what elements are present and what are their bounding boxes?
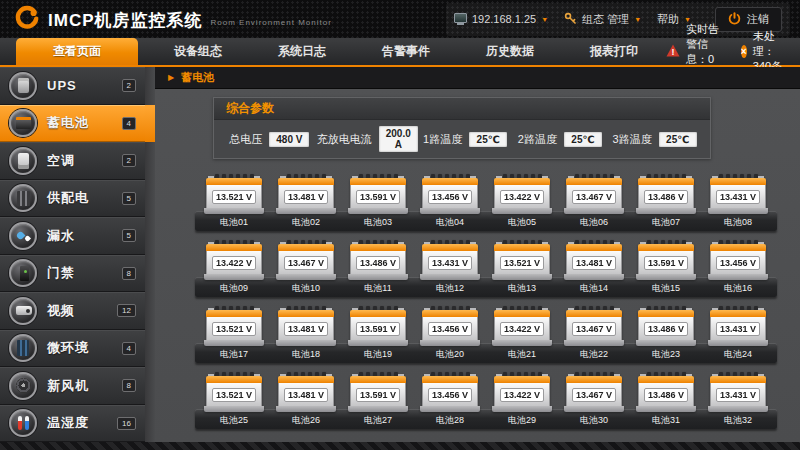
param-value: 25℃ (659, 132, 697, 147)
battery-icon: 13.591 V (350, 306, 406, 346)
battery-cell-07[interactable]: 13.486 V电池07 (635, 169, 697, 231)
battery-cell-25[interactable]: 13.521 V电池25 (203, 367, 265, 429)
battery-cell-03[interactable]: 13.591 V电池03 (347, 169, 409, 231)
battery-cell-06[interactable]: 13.467 V电池06 (563, 169, 625, 231)
sidebar-item-ups[interactable]: UPS2 (0, 67, 145, 105)
battery-cell-05[interactable]: 13.422 V电池05 (491, 169, 553, 231)
sidebar-item-access[interactable]: 门禁8 (0, 255, 145, 293)
battery-cell-22[interactable]: 13.467 V电池22 (563, 301, 625, 363)
app-title: IMCP机房监控系统 (48, 12, 203, 33)
sidebar-item-leak[interactable]: 漏水5 (0, 217, 145, 255)
count-badge: 8 (122, 267, 136, 280)
battery-row: 13.521 V电池1713.481 V电池1813.591 V电池1913.4… (195, 301, 777, 363)
count-badge: 2 (122, 154, 136, 167)
battery-cell-18[interactable]: 13.481 V电池18 (275, 301, 337, 363)
battery-icon: 13.481 V (278, 306, 334, 346)
sidebar-item-fresh-air[interactable]: 新风机8 (0, 367, 145, 405)
sidebar-item-video[interactable]: 视频12 (0, 292, 145, 330)
breadcrumb-arrow-icon: ▶ (168, 73, 174, 82)
sidebar-item-label: 视频 (47, 302, 107, 320)
tab-system-log[interactable]: 系统日志 (250, 38, 354, 65)
app-logo-icon (14, 5, 40, 31)
logout-label: 注销 (747, 12, 769, 27)
battery-name: 电池11 (347, 280, 409, 297)
battery-voltage: 13.521 V (500, 256, 544, 270)
battery-icon: 13.481 V (278, 174, 334, 214)
battery-cell-11[interactable]: 13.486 V电池11 (347, 235, 409, 297)
battery-cell-26[interactable]: 13.481 V电池26 (275, 367, 337, 429)
battery-icon: 13.591 V (638, 240, 694, 280)
battery-cell-23[interactable]: 13.486 V电池23 (635, 301, 697, 363)
nav-alerts: ! 实时告警信息：0条 × 未处理：340条 (666, 38, 800, 65)
battery-voltage: 13.481 V (284, 388, 328, 402)
battery-cell-09[interactable]: 13.422 V电池09 (203, 235, 265, 297)
battery-cell-12[interactable]: 13.431 V电池12 (419, 235, 481, 297)
battery-cell-29[interactable]: 13.422 V电池29 (491, 367, 553, 429)
battery-cell-20[interactable]: 13.456 V电池20 (419, 301, 481, 363)
battery-icon: 13.486 V (638, 306, 694, 346)
battery-icon: 13.456 V (422, 174, 478, 214)
battery-cell-28[interactable]: 13.456 V电池28 (419, 367, 481, 429)
tab-report-print[interactable]: 报表打印 (562, 38, 666, 65)
config-manage-menu[interactable]: 组态 管理 ▼ (564, 12, 641, 27)
battery-name: 电池32 (707, 412, 769, 429)
sidebar: UPS2蓄电池4空调2供配电5漏水5门禁8视频12微环境4新风机8温湿度16 (0, 67, 145, 442)
battery-name: 电池13 (491, 280, 553, 297)
param-label: 总电压 (229, 132, 262, 147)
battery-cell-01[interactable]: 13.521 V电池01 (203, 169, 265, 231)
battery-name: 电池23 (635, 346, 697, 363)
leak-icon (9, 222, 37, 250)
battery-name: 电池24 (707, 346, 769, 363)
battery-cell-19[interactable]: 13.591 V电池19 (347, 301, 409, 363)
battery-icon: 13.431 V (710, 174, 766, 214)
battery-name: 电池03 (347, 214, 409, 231)
battery-cell-32[interactable]: 13.431 V电池32 (707, 367, 769, 429)
battery-voltage: 13.481 V (572, 256, 616, 270)
count-badge: 12 (117, 304, 136, 317)
battery-cell-30[interactable]: 13.467 V电池30 (563, 367, 625, 429)
brand: IMCP机房监控系统 Room Environment Monitor (14, 5, 332, 33)
battery-cell-16[interactable]: 13.456 V电池16 (707, 235, 769, 297)
battery-icon: 13.486 V (638, 372, 694, 412)
tab-history-data[interactable]: 历史数据 (458, 38, 562, 65)
sidebar-item-temp-humidity[interactable]: 温湿度16 (0, 405, 145, 443)
battery-voltage: 13.456 V (428, 388, 472, 402)
sidebar-item-power-dist[interactable]: 供配电5 (0, 180, 145, 218)
sidebar-item-micro-env[interactable]: 微环境4 (0, 330, 145, 368)
battery-cell-27[interactable]: 13.591 V电池27 (347, 367, 409, 429)
battery-cell-31[interactable]: 13.486 V电池31 (635, 367, 697, 429)
battery-cell-17[interactable]: 13.521 V电池17 (203, 301, 265, 363)
tab-device-config[interactable]: 设备组态 (146, 38, 250, 65)
summary-panel-header: 综合参数 (214, 98, 710, 120)
server-ip-menu[interactable]: 192.168.1.25 ▼ (454, 13, 548, 26)
battery-icon: 13.456 V (710, 240, 766, 280)
battery-icon: 13.591 V (350, 174, 406, 214)
temp-humidity-icon (9, 409, 37, 437)
nav-tabs: 查看页面设备组态系统日志告警事件历史数据报表打印 (16, 38, 666, 65)
battery-cell-24[interactable]: 13.431 V电池24 (707, 301, 769, 363)
sidebar-item-ac[interactable]: 空调2 (0, 142, 145, 180)
battery-cell-10[interactable]: 13.467 V电池10 (275, 235, 337, 297)
battery-icon (9, 109, 37, 137)
battery-cell-02[interactable]: 13.481 V电池02 (275, 169, 337, 231)
sidebar-item-label: 空调 (47, 152, 112, 170)
battery-voltage: 13.456 V (428, 322, 472, 336)
battery-name: 电池29 (491, 412, 553, 429)
battery-cell-04[interactable]: 13.456 V电池04 (419, 169, 481, 231)
battery-cell-21[interactable]: 13.422 V电池21 (491, 301, 553, 363)
battery-cell-13[interactable]: 13.521 V电池13 (491, 235, 553, 297)
tab-alarm-events[interactable]: 告警事件 (354, 38, 458, 65)
battery-cell-08[interactable]: 13.431 V电池08 (707, 169, 769, 231)
tab-view-pages[interactable]: 查看页面 (16, 38, 138, 65)
battery-icon: 13.456 V (422, 372, 478, 412)
battery-cell-15[interactable]: 13.591 V电池15 (635, 235, 697, 297)
battery-cell-14[interactable]: 13.481 V电池14 (563, 235, 625, 297)
battery-voltage: 13.481 V (284, 322, 328, 336)
key-icon (564, 12, 577, 27)
sidebar-item-battery[interactable]: 蓄电池4 (0, 105, 145, 143)
chevron-down-icon: ▼ (634, 16, 641, 23)
logout-button[interactable]: 注销 (715, 7, 782, 32)
sidebar-item-label: 蓄电池 (47, 114, 112, 132)
battery-icon: 13.591 V (350, 372, 406, 412)
count-badge: 8 (122, 379, 136, 392)
